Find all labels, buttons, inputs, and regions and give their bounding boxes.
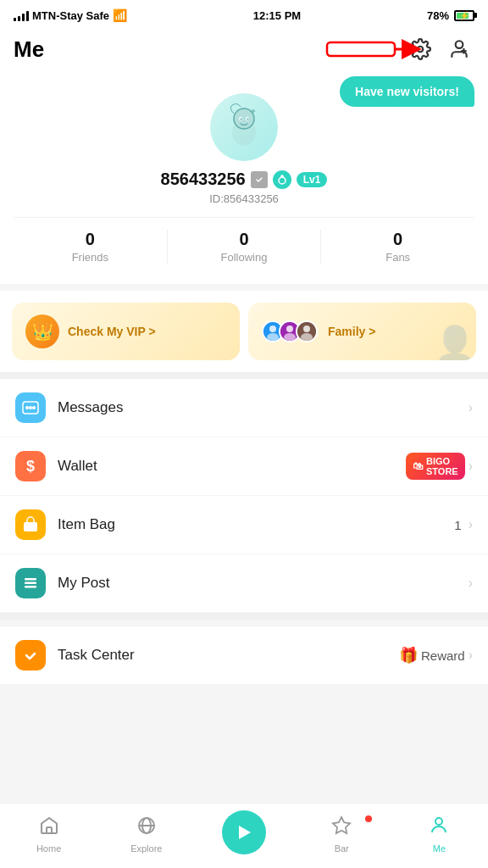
header: Me xyxy=(0,27,488,76)
bar-icon xyxy=(331,815,352,841)
level-badge: Lv1 xyxy=(297,172,328,187)
family-label: Family > xyxy=(328,325,375,338)
reward-badge: 🎁 Reward › xyxy=(399,646,473,665)
itembag-count: 1 xyxy=(454,518,461,532)
time-label: 12:15 PM xyxy=(253,9,301,22)
fans-label: Fans xyxy=(385,251,410,264)
nav-me[interactable]: Me xyxy=(391,815,488,854)
itembag-label: Item Bag xyxy=(58,516,454,533)
nav-live[interactable] xyxy=(195,810,292,858)
mypost-chevron: › xyxy=(469,576,473,591)
menu-item-messages[interactable]: Messages › xyxy=(0,379,488,437)
verified-icon xyxy=(251,171,268,188)
section-divider-1 xyxy=(0,372,488,379)
bigo-store-icon: 🛍 xyxy=(413,460,423,472)
home-label: Home xyxy=(36,843,61,854)
menu-item-itembag[interactable]: Item Bag 1 › xyxy=(0,496,488,554)
avatar[interactable] xyxy=(210,93,278,161)
vip-card[interactable]: 👑 Check My VIP > xyxy=(12,303,240,360)
me-icon xyxy=(429,815,449,841)
svg-rect-1 xyxy=(327,42,395,56)
battery-percent: 78% xyxy=(427,9,449,22)
family-avatar-3 xyxy=(296,320,318,342)
bar-notification-dot xyxy=(365,815,372,822)
svg-rect-31 xyxy=(25,578,36,581)
svg-point-14 xyxy=(279,177,286,184)
wifi-icon: 📶 xyxy=(113,8,127,22)
itembag-right: 1 › xyxy=(454,517,473,532)
svg-point-24 xyxy=(303,326,310,332)
username-row: 856433256 Lv1 xyxy=(161,170,328,189)
settings-button[interactable] xyxy=(405,34,435,64)
bigo-store-image: 🛍 BIGOSTORE xyxy=(406,453,465,480)
messages-chevron: › xyxy=(469,400,473,415)
menu-item-mypost[interactable]: My Post › xyxy=(0,554,488,613)
messages-label: Messages xyxy=(58,399,469,416)
vip-label: Check My VIP > xyxy=(68,325,156,338)
vip-crown-icon: 👑 xyxy=(25,314,59,348)
following-label: Following xyxy=(221,251,268,264)
svg-point-11 xyxy=(241,119,242,120)
svg-point-3 xyxy=(418,47,424,53)
reward-icon: 🎁 xyxy=(399,646,418,665)
task-label: Task Center xyxy=(58,647,399,664)
fans-count: 0 xyxy=(393,230,402,249)
svg-point-40 xyxy=(435,818,442,825)
nav-bar[interactable]: Bar xyxy=(293,815,391,854)
gender-icon xyxy=(273,170,291,189)
mypost-label: My Post xyxy=(58,575,469,592)
stat-friends[interactable]: 0 Friends xyxy=(14,230,168,264)
svg-rect-33 xyxy=(25,586,36,588)
friends-label: Friends xyxy=(72,251,108,264)
wallet-right: 🛍 BIGOSTORE › xyxy=(406,453,473,480)
mypost-icon xyxy=(15,568,46,598)
following-count: 0 xyxy=(239,230,248,249)
svg-point-27 xyxy=(29,406,32,409)
stat-following[interactable]: 0 Following xyxy=(168,230,322,264)
signal-icon xyxy=(14,9,29,21)
menu-item-wallet[interactable]: $ Wallet 🛍 BIGOSTORE › xyxy=(0,437,488,496)
stat-fans[interactable]: 0 Fans xyxy=(321,230,474,264)
svg-point-21 xyxy=(286,326,293,332)
cards-section: 👑 Check My VIP > xyxy=(0,291,488,372)
friends-count: 0 xyxy=(86,230,95,249)
task-center-item[interactable]: Task Center 🎁 Reward › xyxy=(0,626,488,684)
nav-explore[interactable]: Explore xyxy=(97,815,195,854)
profile-section: 856433256 Lv1 ID:856433256 0 Friends 0 F… xyxy=(0,76,488,284)
task-chevron: › xyxy=(469,648,473,663)
itembag-icon xyxy=(15,509,46,540)
explore-label: Explore xyxy=(130,843,162,854)
family-avatars xyxy=(262,320,318,342)
svg-rect-34 xyxy=(23,648,38,663)
header-icons xyxy=(405,34,474,64)
family-card[interactable]: Family > 👤 xyxy=(248,303,476,360)
user-id: ID:856433256 xyxy=(209,192,279,205)
svg-rect-35 xyxy=(47,827,52,833)
mypost-right: › xyxy=(469,576,473,591)
bar-label: Bar xyxy=(335,843,349,854)
battery-icon: ⚡ xyxy=(454,10,474,21)
bottom-nav: Home Explore Bar xyxy=(0,803,488,868)
stats-section: 0 Friends 0 Following 0 Fans xyxy=(14,217,474,267)
home-icon xyxy=(39,815,59,841)
svg-point-18 xyxy=(269,326,276,332)
svg-point-26 xyxy=(25,406,29,409)
status-bar: MTN-Stay Safe 📶 12:15 PM 78% ⚡ xyxy=(0,0,488,27)
page-title: Me xyxy=(14,36,44,63)
bigo-store-text: BIGOSTORE xyxy=(426,456,458,476)
visitors-notification[interactable]: Have new visitors! xyxy=(340,76,474,107)
live-button[interactable] xyxy=(222,810,266,854)
reward-label: Reward xyxy=(421,648,465,663)
explore-icon xyxy=(136,815,157,841)
task-section: Task Center 🎁 Reward › xyxy=(0,626,488,684)
profile-menu-button[interactable] xyxy=(444,34,474,64)
task-icon xyxy=(15,640,46,670)
svg-rect-30 xyxy=(24,522,37,531)
wallet-chevron: › xyxy=(469,459,473,474)
carrier-label: MTN-Stay Safe xyxy=(32,9,109,22)
family-deco-icon: 👤 xyxy=(434,324,476,360)
status-left: MTN-Stay Safe 📶 xyxy=(14,8,127,22)
messages-right: › xyxy=(469,400,473,415)
username: 856433256 xyxy=(161,170,246,189)
nav-home[interactable]: Home xyxy=(0,815,97,854)
